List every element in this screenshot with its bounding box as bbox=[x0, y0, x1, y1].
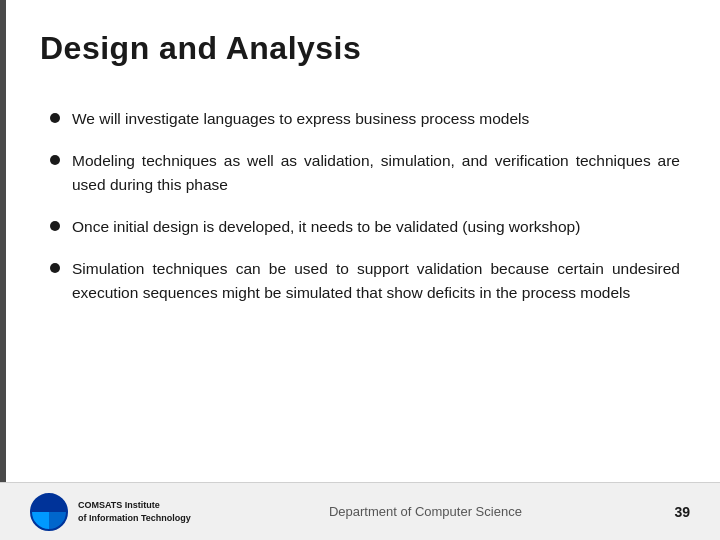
comsats-logo bbox=[30, 493, 68, 531]
footer-logo-text: COMSATS Institute of Information Technol… bbox=[78, 499, 191, 524]
left-border bbox=[0, 0, 6, 540]
footer-logo-area: COMSATS Institute of Information Technol… bbox=[30, 493, 191, 531]
bullet-item-4: Simulation techniques can be used to sup… bbox=[50, 257, 680, 305]
bullet-dot-3 bbox=[50, 221, 60, 231]
bullet-dot-4 bbox=[50, 263, 60, 273]
footer: COMSATS Institute of Information Technol… bbox=[0, 482, 720, 540]
logo-line1: COMSATS Institute bbox=[78, 499, 191, 512]
slide: Design and Analysis We will investigate … bbox=[0, 0, 720, 540]
slide-title: Design and Analysis bbox=[40, 30, 680, 67]
bullet-item-2: Modeling techniques as well as validatio… bbox=[50, 149, 680, 197]
bullet-text-2: Modeling techniques as well as validatio… bbox=[72, 149, 680, 197]
bullet-text-4: Simulation techniques can be used to sup… bbox=[72, 257, 680, 305]
bullet-item-1: We will investigate languages to express… bbox=[50, 107, 680, 131]
footer-page-number: 39 bbox=[660, 504, 690, 520]
footer-center-text: Department of Computer Science bbox=[191, 504, 660, 519]
bullet-text-3: Once initial design is developed, it nee… bbox=[72, 215, 680, 239]
content-area: We will investigate languages to express… bbox=[40, 107, 680, 305]
bullet-dot-2 bbox=[50, 155, 60, 165]
bullet-text-1: We will investigate languages to express… bbox=[72, 107, 680, 131]
bullet-dot-1 bbox=[50, 113, 60, 123]
title-area: Design and Analysis bbox=[40, 30, 680, 77]
bullet-item-3: Once initial design is developed, it nee… bbox=[50, 215, 680, 239]
logo-line2: of Information Technology bbox=[78, 512, 191, 525]
